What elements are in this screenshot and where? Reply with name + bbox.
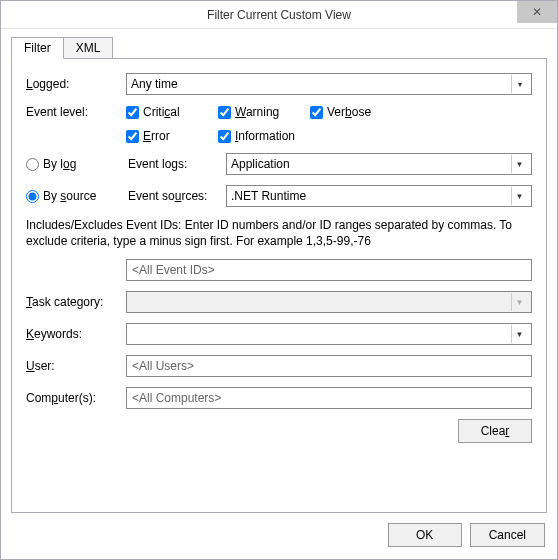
- warning-checkbox[interactable]: [218, 106, 231, 119]
- information-checkbox-wrap[interactable]: Information: [218, 129, 296, 143]
- dialog-window: Filter Current Custom View ✕ Filter XML …: [0, 0, 558, 560]
- logged-value: Any time: [131, 77, 178, 91]
- event-ids-input[interactable]: [126, 259, 532, 281]
- chevron-down-icon: ▼: [511, 187, 527, 205]
- dialog-buttons: OK Cancel: [11, 513, 547, 549]
- clear-button[interactable]: Clear: [458, 419, 532, 443]
- titlebar: Filter Current Custom View ✕: [1, 1, 557, 29]
- computers-input[interactable]: [126, 387, 532, 409]
- event-logs-dropdown[interactable]: Application ▼: [226, 153, 532, 175]
- filter-panel: Logged: Any time ▾ Event level: Critical: [11, 58, 547, 513]
- close-icon: ✕: [532, 5, 542, 19]
- information-checkbox[interactable]: [218, 130, 231, 143]
- warning-label: Warning: [235, 105, 279, 119]
- ok-button[interactable]: OK: [388, 523, 462, 547]
- error-label: Error: [143, 129, 170, 143]
- event-level-label: Event level:: [26, 105, 126, 119]
- user-input[interactable]: [126, 355, 532, 377]
- information-label: Information: [235, 129, 295, 143]
- user-label: User:: [26, 359, 126, 373]
- tab-filter[interactable]: Filter: [11, 37, 64, 59]
- cancel-button[interactable]: Cancel: [470, 523, 545, 547]
- keywords-label: Keywords:: [26, 327, 126, 341]
- computers-label: Computer(s):: [26, 391, 126, 405]
- keywords-dropdown[interactable]: ▼: [126, 323, 532, 345]
- verbose-checkbox[interactable]: [310, 106, 323, 119]
- by-log-label: By log: [43, 157, 76, 171]
- event-ids-description: Includes/Excludes Event IDs: Enter ID nu…: [26, 217, 532, 249]
- tab-strip: Filter XML: [11, 37, 547, 59]
- chevron-down-icon: ▼: [511, 325, 527, 343]
- event-sources-dropdown[interactable]: .NET Runtime ▼: [226, 185, 532, 207]
- tab-xml[interactable]: XML: [63, 37, 114, 59]
- error-checkbox-wrap[interactable]: Error: [126, 129, 204, 143]
- task-category-label: Task category:: [26, 295, 126, 309]
- by-source-label: By source: [43, 189, 96, 203]
- content-area: Filter XML Logged: Any time ▾ Event leve…: [1, 29, 557, 559]
- verbose-checkbox-wrap[interactable]: Verbose: [310, 105, 388, 119]
- critical-checkbox[interactable]: [126, 106, 139, 119]
- logged-label: Logged:: [26, 77, 126, 91]
- event-logs-label: Event logs:: [126, 157, 226, 171]
- event-logs-value: Application: [231, 157, 290, 171]
- by-source-radio[interactable]: [26, 190, 39, 203]
- event-sources-label: Event sources:: [126, 189, 226, 203]
- close-button[interactable]: ✕: [517, 1, 557, 23]
- chevron-down-icon: ▾: [511, 75, 527, 93]
- chevron-down-icon: ▼: [511, 293, 527, 311]
- window-title: Filter Current Custom View: [207, 8, 351, 22]
- verbose-label: Verbose: [327, 105, 371, 119]
- critical-checkbox-wrap[interactable]: Critical: [126, 105, 204, 119]
- warning-checkbox-wrap[interactable]: Warning: [218, 105, 296, 119]
- task-category-dropdown: ▼: [126, 291, 532, 313]
- chevron-down-icon: ▼: [511, 155, 527, 173]
- critical-label: Critical: [143, 105, 180, 119]
- logged-dropdown[interactable]: Any time ▾: [126, 73, 532, 95]
- error-checkbox[interactable]: [126, 130, 139, 143]
- by-log-radio[interactable]: [26, 158, 39, 171]
- event-sources-value: .NET Runtime: [231, 189, 306, 203]
